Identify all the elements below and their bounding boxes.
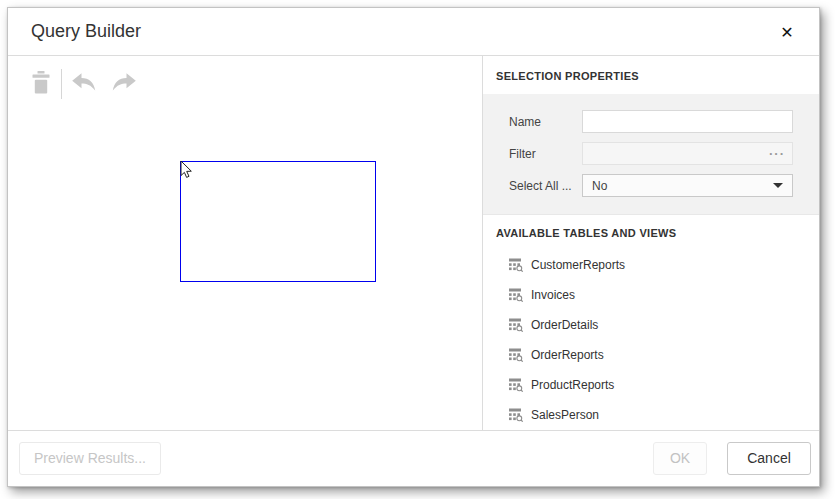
name-label: Name: [509, 115, 582, 129]
title-bar: Query Builder ✕: [8, 8, 819, 56]
redo-icon: [111, 72, 137, 96]
name-row: Name: [509, 110, 793, 133]
select-all-dropdown[interactable]: No: [582, 174, 793, 197]
table-name: SalesPerson: [531, 408, 599, 422]
table-item-invoices[interactable]: Invoices: [483, 280, 819, 310]
table-search-icon: [509, 408, 524, 422]
table-search-icon: [509, 258, 524, 272]
ok-button[interactable]: OK: [653, 442, 707, 475]
dialog-footer: Preview Results... OK Cancel: [8, 430, 819, 485]
mouse-cursor-icon: [180, 160, 193, 183]
close-icon[interactable]: ✕: [776, 21, 798, 43]
table-name: OrderReports: [531, 348, 604, 362]
table-item-orderdetails[interactable]: OrderDetails: [483, 310, 819, 340]
chevron-down-icon: [773, 183, 783, 188]
main-area: SELECTION PROPERTIES Name Filter ··· Sel…: [8, 56, 819, 430]
table-name: Invoices: [531, 288, 575, 302]
table-item-productreports[interactable]: ProductReports: [483, 370, 819, 400]
filter-row: Filter ···: [509, 142, 793, 165]
select-all-label: Select All ...: [509, 179, 582, 193]
undo-icon: [71, 72, 97, 96]
table-item-customerreports[interactable]: CustomerReports: [483, 250, 819, 280]
filter-label: Filter: [509, 147, 582, 161]
available-tables-header: AVAILABLE TABLES AND VIEWS: [483, 215, 819, 248]
table-search-icon: [509, 318, 524, 332]
name-input[interactable]: [582, 110, 793, 133]
table-item-orderreports[interactable]: OrderReports: [483, 340, 819, 370]
toolbar-separator: [61, 69, 62, 99]
footer-button-group: OK Cancel: [653, 442, 811, 475]
properties-panel: SELECTION PROPERTIES Name Filter ··· Sel…: [482, 56, 819, 430]
filter-input[interactable]: ···: [582, 142, 793, 165]
table-search-icon: [509, 378, 524, 392]
selection-properties-form: Name Filter ··· Select All ... No: [483, 94, 819, 215]
query-design-canvas[interactable]: [8, 56, 482, 430]
delete-button[interactable]: [28, 71, 54, 97]
select-all-value: No: [592, 179, 607, 193]
tables-list: CustomerReports Invoices: [483, 248, 819, 430]
canvas-toolbar: [28, 69, 137, 99]
redo-button[interactable]: [111, 71, 137, 97]
cancel-button[interactable]: Cancel: [727, 442, 811, 475]
trash-icon: [31, 71, 51, 98]
undo-button[interactable]: [71, 71, 97, 97]
preview-results-button[interactable]: Preview Results...: [19, 442, 161, 475]
selection-properties-header: SELECTION PROPERTIES: [483, 56, 819, 94]
table-item-salesperson[interactable]: SalesPerson: [483, 400, 819, 430]
table-name: OrderDetails: [531, 318, 598, 332]
table-name: ProductReports: [531, 378, 614, 392]
query-builder-dialog: Query Builder ✕: [7, 7, 820, 487]
select-all-row: Select All ... No: [509, 174, 793, 197]
table-search-icon: [509, 288, 524, 302]
ellipsis-browse-icon[interactable]: ···: [769, 149, 785, 159]
table-name: CustomerReports: [531, 258, 625, 272]
dialog-title: Query Builder: [31, 21, 141, 42]
table-search-icon: [509, 348, 524, 362]
table-selection-rect[interactable]: [180, 161, 376, 282]
